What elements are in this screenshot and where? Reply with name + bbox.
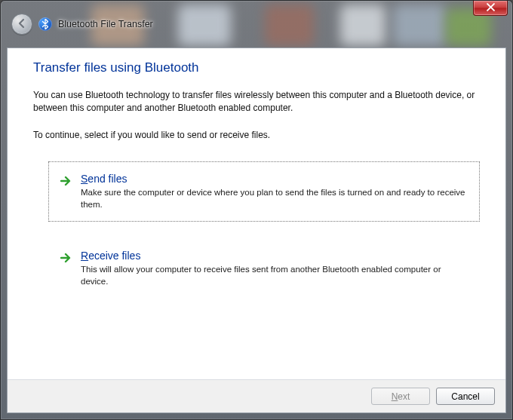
back-button[interactable] [11, 14, 32, 35]
option-receive-desc: This will allow your computer to receive… [81, 263, 467, 287]
intro-text: You can use Bluetooth technology to tran… [33, 89, 480, 115]
arrow-right-icon [60, 174, 73, 188]
option-receive[interactable]: Receive files This will allow your compu… [48, 238, 480, 299]
option-send-desc: Make sure the computer or device where y… [81, 186, 467, 210]
option-receive-text: Receive files This will allow your compu… [81, 250, 467, 287]
bluetooth-icon [38, 17, 52, 31]
titlebar: Bluetooth File Transfer [1, 1, 512, 48]
close-button[interactable] [473, 1, 508, 16]
prompt-text: To continue, select if you would like to… [33, 129, 480, 142]
next-button: Next [371, 388, 430, 405]
window-title: Bluetooth File Transfer [58, 19, 153, 29]
wizard-window: Bluetooth File Transfer Transfer files u… [0, 0, 513, 420]
cancel-button[interactable]: Cancel [436, 388, 495, 405]
option-send[interactable]: Send files Make sure the computer or dev… [48, 161, 480, 222]
back-arrow-icon [17, 18, 27, 31]
next-button-label: Next [392, 391, 410, 402]
footer: Next Cancel [8, 379, 505, 412]
page-heading: Transfer files using Bluetooth [33, 60, 480, 75]
arrow-right-icon [60, 251, 73, 265]
content-panel: Transfer files using Bluetooth You can u… [7, 48, 506, 413]
option-send-title: Send files [81, 173, 467, 185]
close-icon [487, 3, 495, 14]
option-receive-title: Receive files [81, 250, 467, 262]
option-send-text: Send files Make sure the computer or dev… [81, 173, 467, 210]
cancel-button-label: Cancel [451, 391, 479, 402]
